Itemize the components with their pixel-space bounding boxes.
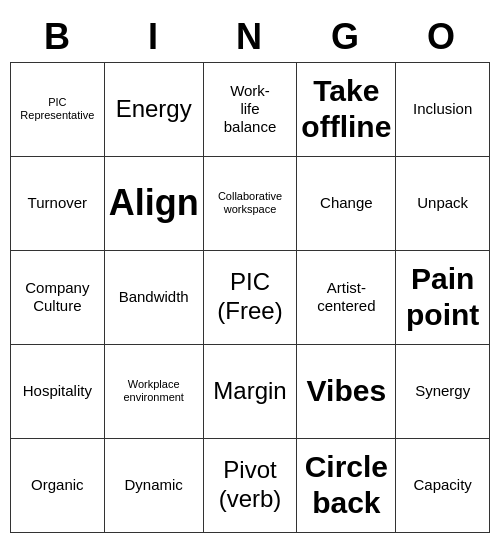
cell-text: Inclusion	[413, 100, 472, 118]
header-letter: O	[394, 12, 490, 62]
cell-text: Artist-centered	[317, 279, 375, 315]
cell-text: Circleback	[305, 449, 388, 521]
cell-text: Collaborativeworkspace	[218, 190, 282, 216]
header-letter: I	[106, 12, 202, 62]
bingo-cell: Inclusion	[396, 63, 490, 157]
bingo-cell: Synergy	[396, 345, 490, 439]
cell-text: PIC(Free)	[217, 268, 282, 326]
bingo-cell: Energy	[105, 63, 204, 157]
bingo-header: BINGO	[10, 12, 490, 62]
bingo-card: BINGO PIC RepresentativeEnergyWork-lifeb…	[10, 12, 490, 533]
bingo-grid: PIC RepresentativeEnergyWork-lifebalance…	[10, 62, 490, 533]
cell-text: PIC Representative	[15, 96, 100, 122]
cell-text: Pivot(verb)	[219, 456, 282, 514]
cell-text: Takeoffline	[301, 73, 391, 145]
bingo-cell: Circleback	[297, 439, 396, 533]
cell-text: Dynamic	[124, 476, 182, 494]
bingo-cell: Align	[105, 157, 204, 251]
cell-text: Capacity	[413, 476, 471, 494]
bingo-cell: Organic	[11, 439, 105, 533]
cell-text: Organic	[31, 476, 84, 494]
header-letter: G	[298, 12, 394, 62]
bingo-cell: Workplaceenvironment	[105, 345, 204, 439]
bingo-cell: Painpoint	[396, 251, 490, 345]
bingo-cell: Artist-centered	[297, 251, 396, 345]
cell-text: Change	[320, 194, 373, 212]
bingo-cell: Takeoffline	[297, 63, 396, 157]
bingo-cell: Change	[297, 157, 396, 251]
cell-text: CompanyCulture	[25, 279, 89, 315]
bingo-cell: Work-lifebalance	[204, 63, 298, 157]
cell-text: Painpoint	[406, 261, 479, 333]
cell-text: Vibes	[307, 373, 387, 409]
header-letter: N	[202, 12, 298, 62]
cell-text: Bandwidth	[119, 288, 189, 306]
bingo-cell: Collaborativeworkspace	[204, 157, 298, 251]
bingo-cell: Margin	[204, 345, 298, 439]
cell-text: Synergy	[415, 382, 470, 400]
bingo-cell: Hospitality	[11, 345, 105, 439]
bingo-cell: Pivot(verb)	[204, 439, 298, 533]
bingo-cell: Dynamic	[105, 439, 204, 533]
bingo-cell: PIC(Free)	[204, 251, 298, 345]
cell-text: Energy	[116, 95, 192, 124]
bingo-cell: Vibes	[297, 345, 396, 439]
bingo-cell: CompanyCulture	[11, 251, 105, 345]
cell-text: Margin	[213, 377, 286, 406]
bingo-cell: Bandwidth	[105, 251, 204, 345]
bingo-cell: PIC Representative	[11, 63, 105, 157]
header-letter: B	[10, 12, 106, 62]
bingo-cell: Unpack	[396, 157, 490, 251]
cell-text: Align	[109, 181, 199, 224]
bingo-cell: Turnover	[11, 157, 105, 251]
cell-text: Workplaceenvironment	[123, 378, 184, 404]
cell-text: Turnover	[28, 194, 87, 212]
bingo-cell: Capacity	[396, 439, 490, 533]
cell-text: Work-lifebalance	[224, 82, 277, 136]
cell-text: Hospitality	[23, 382, 92, 400]
cell-text: Unpack	[417, 194, 468, 212]
